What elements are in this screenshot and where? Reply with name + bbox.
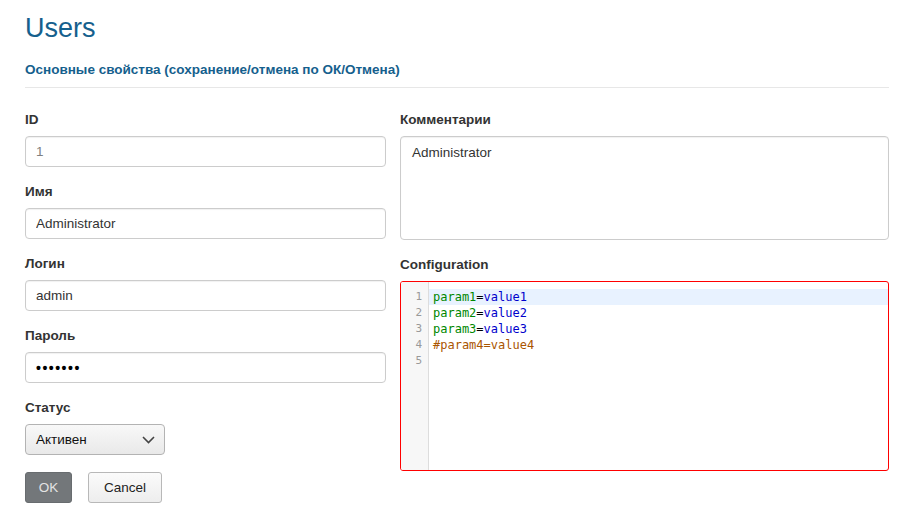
login-label: Логин (25, 256, 386, 272)
code-token-value: value2 (484, 306, 527, 320)
status-group: Статус Активен (25, 400, 386, 455)
editor-line[interactable]: 4#param4=value4 (401, 337, 888, 353)
password-label: Пароль (25, 328, 386, 344)
section-subtitle: Основные свойства (сохранение/отмена по … (25, 62, 889, 77)
code-line: #param4=value4 (429, 337, 888, 353)
form-actions: OK Cancel (25, 472, 386, 503)
line-number: 2 (401, 305, 429, 321)
comments-label: Комментарии (400, 112, 889, 128)
code-token-key: param3 (433, 322, 476, 336)
ok-button[interactable]: OK (25, 472, 72, 503)
line-number: 5 (401, 353, 429, 369)
divider (25, 87, 889, 88)
name-field[interactable] (25, 208, 386, 239)
editor-line[interactable]: 1param1=value1 (401, 289, 888, 305)
id-label: ID (25, 112, 386, 128)
status-selected-value: Активен (36, 432, 87, 447)
configuration-label: Configuration (400, 257, 889, 273)
id-field[interactable] (25, 136, 386, 167)
form-column-left: ID Имя Логин Пароль Статус Активен (25, 112, 386, 503)
page-title: Users (25, 0, 889, 43)
editor-line[interactable]: 2param2=value2 (401, 305, 888, 321)
code-token-value: value1 (484, 290, 527, 304)
comments-group: Комментарии Administrator (400, 112, 889, 240)
comments-field[interactable]: Administrator (400, 136, 889, 240)
chevron-down-icon (142, 436, 155, 444)
code-token-op: = (476, 322, 483, 336)
code-token-op: = (476, 290, 483, 304)
status-label: Статус (25, 400, 386, 416)
name-label: Имя (25, 184, 386, 200)
code-token-op: = (476, 306, 483, 320)
form: ID Имя Логин Пароль Статус Активен (25, 112, 889, 503)
code-token-key: param1 (433, 290, 476, 304)
code-token-value: value3 (484, 322, 527, 336)
editor-line[interactable]: 5 (401, 353, 888, 369)
configuration-group: Configuration 1param1=value12param2=valu… (400, 257, 889, 471)
status-select[interactable]: Активен (25, 424, 165, 455)
form-column-right: Комментарии Administrator Configuration … (400, 112, 889, 503)
editor-lines: 1param1=value12param2=value23param3=valu… (401, 282, 888, 369)
password-group: Пароль (25, 328, 386, 383)
id-group: ID (25, 112, 386, 167)
code-token-key: param2 (433, 306, 476, 320)
login-group: Логин (25, 256, 386, 311)
line-number: 4 (401, 337, 429, 353)
password-field[interactable] (25, 352, 386, 383)
code-token-comment: #param4=value4 (433, 338, 534, 352)
name-group: Имя (25, 184, 386, 239)
line-number: 1 (401, 289, 429, 305)
cancel-button[interactable]: Cancel (88, 472, 162, 503)
editor-line[interactable]: 3param3=value3 (401, 321, 888, 337)
page: Users Основные свойства (сохранение/отме… (0, 0, 901, 503)
code-line (429, 353, 888, 369)
code-line: param1=value1 (429, 289, 888, 305)
line-number: 3 (401, 321, 429, 337)
configuration-editor[interactable]: 1param1=value12param2=value23param3=valu… (400, 281, 889, 471)
code-line: param3=value3 (429, 321, 888, 337)
login-field[interactable] (25, 280, 386, 311)
code-line: param2=value2 (429, 305, 888, 321)
